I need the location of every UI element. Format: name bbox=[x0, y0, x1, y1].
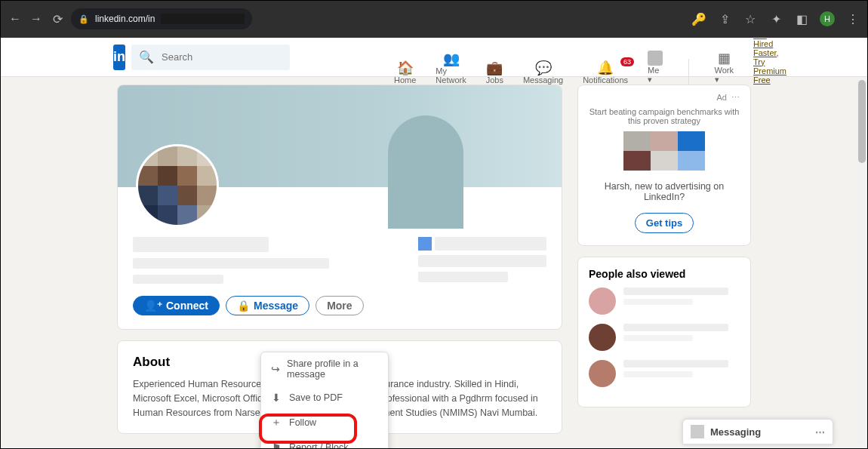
dd-share-profile[interactable]: ↪ Share profile in a message bbox=[261, 352, 388, 386]
nav-separator bbox=[688, 59, 689, 85]
ad-menu-icon[interactable]: ⋯ bbox=[731, 93, 740, 103]
grid-icon: ▦ bbox=[718, 51, 731, 66]
ad-question: Harsh, new to advertising on LinkedIn? bbox=[589, 181, 740, 202]
lock-icon: 🔒 bbox=[78, 14, 89, 24]
briefcase-icon: 💼 bbox=[486, 60, 503, 75]
address-bar[interactable]: 🔒 linkedin.com/in bbox=[71, 8, 252, 29]
ad-tagline: Start beating campaign benchmarks with t… bbox=[589, 107, 740, 125]
home-icon: 🏠 bbox=[397, 60, 414, 75]
promo-line2[interactable]: Try Premium Free bbox=[753, 57, 787, 85]
dd-save-label: Save to PDF bbox=[289, 392, 343, 403]
messaging-label: Messaging bbox=[710, 426, 761, 438]
nav-notifications-label: Notifications bbox=[583, 75, 628, 85]
extensions-icon[interactable]: ✦ bbox=[768, 11, 783, 26]
nav-network-label: My Network bbox=[436, 66, 466, 85]
premium-promo[interactable]: Get Hired Faster, Try Premium Free bbox=[753, 38, 787, 85]
nav-notifications[interactable]: 🔔 63 Notifications bbox=[583, 60, 628, 85]
vertical-scrollbar[interactable] bbox=[857, 78, 866, 444]
ad-cta-button[interactable]: Get tips bbox=[635, 213, 694, 233]
search-icon: 🔍 bbox=[139, 50, 154, 64]
key-icon[interactable]: 🔑 bbox=[691, 11, 706, 26]
download-icon: ⬇ bbox=[270, 392, 282, 404]
dd-save-pdf[interactable]: ⬇ Save to PDF bbox=[261, 386, 388, 410]
share-icon[interactable]: ⇪ bbox=[717, 11, 732, 26]
connect-button[interactable]: 👤⁺ Connect bbox=[133, 296, 220, 315]
bell-icon: 🔔 bbox=[597, 60, 614, 75]
dd-follow[interactable]: ＋ Follow bbox=[261, 410, 388, 435]
nav-home[interactable]: 🏠 Home bbox=[394, 60, 416, 85]
scrollbar-thumb[interactable] bbox=[858, 80, 866, 163]
back-button[interactable]: ← bbox=[8, 11, 23, 26]
messaging-dock[interactable]: Messaging ⋯ bbox=[682, 419, 833, 444]
nav-me[interactable]: Me ▾ bbox=[648, 51, 663, 85]
forward-button[interactable]: → bbox=[29, 11, 44, 26]
nav-work[interactable]: ▦ Work ▾ bbox=[715, 51, 734, 85]
pav-heading: People also viewed bbox=[589, 268, 740, 280]
linkedin-logo[interactable]: in bbox=[113, 45, 125, 70]
ad-card: Ad ⋯ Start beating campaign benchmarks w… bbox=[577, 85, 751, 246]
dd-report-block[interactable]: ⚑ Report / Block bbox=[261, 435, 388, 449]
content-area: 👤⁺ Connect 🔒 Message More bbox=[0, 77, 868, 449]
nav-me-label: Me ▾ bbox=[648, 66, 663, 85]
messaging-avatar bbox=[691, 425, 704, 438]
reload-button[interactable]: ⟳ bbox=[50, 11, 65, 26]
chrome-menu-icon[interactable]: ⋮ bbox=[845, 11, 860, 26]
url-redacted bbox=[161, 14, 245, 24]
chat-icon: 💬 bbox=[535, 60, 552, 75]
list-item[interactable] bbox=[589, 324, 740, 351]
people-icon: 👥 bbox=[443, 51, 460, 66]
more-button[interactable]: More bbox=[315, 296, 363, 315]
dd-follow-label: Follow bbox=[289, 417, 316, 428]
list-item[interactable] bbox=[589, 288, 740, 315]
messaging-caret-icon[interactable]: ⋯ bbox=[815, 426, 825, 438]
list-item[interactable] bbox=[589, 360, 740, 387]
panel-icon[interactable]: ◧ bbox=[794, 11, 809, 26]
profile-card: 👤⁺ Connect 🔒 Message More bbox=[117, 85, 562, 330]
nav-home-label: Home bbox=[394, 75, 416, 85]
nav-messaging[interactable]: 💬 Messaging bbox=[523, 60, 563, 85]
browser-toolbar: ← → ⟳ 🔒 linkedin.com/in 🔑 ⇪ ☆ ✦ ◧ H ⋮ bbox=[0, 0, 868, 38]
nav-network[interactable]: 👥 My Network bbox=[436, 51, 466, 85]
people-also-viewed-card: People also viewed bbox=[577, 257, 751, 407]
lock-icon: 🔒 bbox=[237, 300, 250, 312]
star-icon[interactable]: ☆ bbox=[743, 11, 758, 26]
more-label: More bbox=[327, 300, 352, 312]
connect-label: Connect bbox=[166, 300, 208, 312]
dd-report-label: Report / Block bbox=[289, 442, 349, 449]
search-box[interactable]: 🔍 bbox=[131, 45, 290, 70]
page: in 🔍 🏠 Home 👥 My Network 💼 Jobs 💬 Messag… bbox=[0, 38, 868, 449]
more-dropdown: ↪ Share profile in a message ⬇ Save to P… bbox=[260, 352, 389, 449]
message-button[interactable]: 🔒 Message bbox=[226, 296, 309, 315]
avatar-icon bbox=[648, 51, 663, 66]
url-text: linkedin.com/in bbox=[95, 14, 155, 24]
dd-share-label: Share profile in a message bbox=[287, 358, 379, 380]
nav-jobs[interactable]: 💼 Jobs bbox=[486, 60, 503, 85]
nav-work-label: Work ▾ bbox=[715, 66, 734, 85]
nav-jobs-label: Jobs bbox=[486, 75, 503, 85]
ad-label: Ad bbox=[717, 93, 727, 103]
message-label: Message bbox=[254, 300, 298, 312]
nav-messaging-label: Messaging bbox=[523, 75, 563, 85]
plus-icon: ＋ bbox=[270, 416, 282, 429]
flag-icon: ⚑ bbox=[270, 441, 282, 449]
ad-image bbox=[589, 131, 740, 171]
chrome-profile-avatar[interactable]: H bbox=[820, 11, 835, 26]
share-arrow-icon: ↪ bbox=[270, 363, 280, 375]
search-input[interactable] bbox=[160, 51, 282, 63]
linkedin-topnav: in 🔍 🏠 Home 👥 My Network 💼 Jobs 💬 Messag… bbox=[0, 38, 868, 77]
connect-icon: 👤⁺ bbox=[144, 300, 162, 312]
promo-line1[interactable]: Get Hired Faster, bbox=[753, 38, 787, 57]
notifications-badge: 63 bbox=[620, 57, 634, 66]
